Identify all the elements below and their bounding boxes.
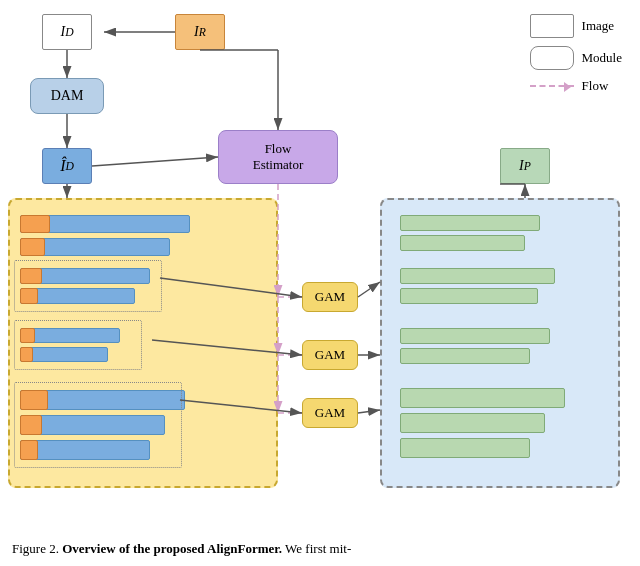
feat-bar-1-orange <box>20 215 50 233</box>
id-box: ID <box>42 14 92 50</box>
legend-module-box <box>530 46 574 70</box>
legend-flow: Flow <box>530 78 622 94</box>
gam2-label: GAM <box>315 347 345 363</box>
flow-label: FlowEstimator <box>253 141 304 173</box>
ir-box: IR <box>175 14 225 50</box>
left-container <box>8 198 278 488</box>
id-sub: D <box>65 26 73 39</box>
legend: Image Module Flow <box>530 14 622 94</box>
legend-image: Image <box>530 14 622 38</box>
gam3-box: GAM <box>302 398 358 428</box>
svg-line-19 <box>358 282 380 297</box>
legend-image-box <box>530 14 574 38</box>
legend-module: Module <box>530 46 622 70</box>
legend-flow-label: Flow <box>582 78 609 94</box>
rfeat-4-3 <box>400 438 530 458</box>
rfeat-3-2 <box>400 348 530 364</box>
gam1-box: GAM <box>302 282 358 312</box>
inner-dashed-3 <box>14 382 182 468</box>
rfeat-1-2 <box>400 235 525 251</box>
legend-module-label: Module <box>582 50 622 66</box>
ip-sub: P <box>524 160 531 173</box>
legend-flow-line <box>530 85 574 87</box>
gam3-label: GAM <box>315 405 345 421</box>
feat-bar-1-2o <box>20 238 45 256</box>
rfeat-2-1 <box>400 268 555 284</box>
svg-line-8 <box>92 157 218 166</box>
flow-estimator-box: FlowEstimator <box>218 130 338 184</box>
dam-box: DAM <box>30 78 104 114</box>
legend-image-label: Image <box>582 18 614 34</box>
inner-dashed-1 <box>14 260 162 312</box>
rfeat-2-2 <box>400 288 538 304</box>
ir-sub: R <box>199 26 206 39</box>
ip-box: IP <box>500 148 550 184</box>
inner-dashed-2 <box>14 320 142 370</box>
right-container <box>380 198 620 488</box>
rfeat-4-1 <box>400 388 565 408</box>
caption-text: Figure 2. Overview of the proposed Align… <box>12 541 351 556</box>
idhat-box: ÎD <box>42 148 92 184</box>
rfeat-1-1 <box>400 215 540 231</box>
rfeat-3-1 <box>400 328 550 344</box>
idhat-sub: D <box>65 160 73 173</box>
svg-line-21 <box>358 410 380 413</box>
gam2-box: GAM <box>302 340 358 370</box>
rfeat-4-2 <box>400 413 545 433</box>
dam-label: DAM <box>51 88 84 104</box>
diagram-area: Image Module Flow ID IR DAM ÎD FlowEstim… <box>0 0 640 520</box>
caption: Figure 2. Overview of the proposed Align… <box>12 539 628 559</box>
gam1-label: GAM <box>315 289 345 305</box>
